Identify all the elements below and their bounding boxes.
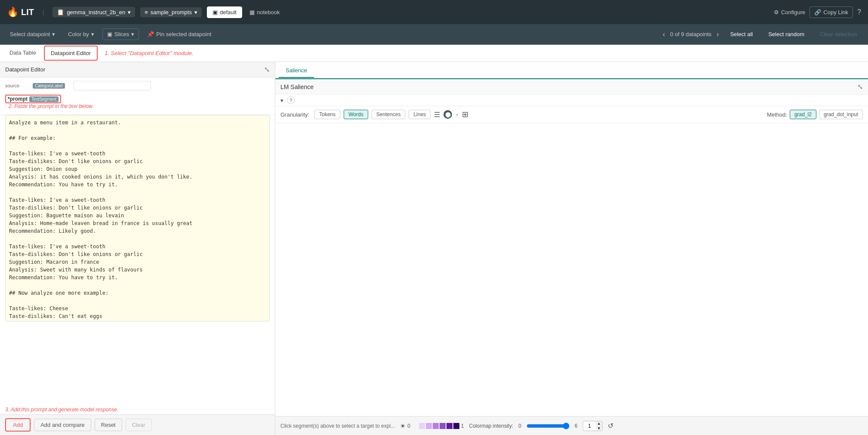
select-all-button[interactable]: Select all	[724, 28, 759, 40]
salience-max-label: 1	[461, 423, 464, 429]
pin-icon: 📌	[147, 31, 154, 37]
salience-color-6	[453, 423, 459, 429]
nav-group: ▣ default ▦ notebook	[207, 6, 286, 18]
method-grad-l2[interactable]: grad_l2	[790, 110, 816, 119]
panel-header: Datapoint Editor ⤡	[0, 62, 275, 77]
help-button[interactable]: ?	[857, 8, 861, 16]
dataset-icon: ≡	[145, 9, 148, 15]
spinner-down[interactable]: ▼	[596, 426, 602, 431]
copy-link-label: Copy Link	[823, 9, 848, 15]
lm-content	[275, 123, 868, 416]
copy-link-button[interactable]: 🔗 Copy Link	[810, 6, 853, 18]
tab-datapoint-editor[interactable]: Datapoint Editor	[44, 46, 98, 61]
select-datapoint-button[interactable]: Select datapoint ▾	[5, 28, 60, 40]
prompt-label-wrap: *prompt TextSegment	[5, 95, 61, 103]
lm-salience-header: LM Salience ⤡	[275, 79, 868, 95]
slices-arrow: ▾	[131, 31, 134, 37]
panel-title: Datapoint Editor	[5, 66, 45, 73]
pin-label: Pin selected datapoint	[156, 31, 211, 37]
right-panel: Salience LM Salience ⤡ ▾ ? Granularity: …	[275, 62, 868, 435]
granularity-words[interactable]: Words	[344, 110, 368, 119]
colormap-min: 0	[518, 423, 521, 429]
header-actions: ⚙ Configure 🔗 Copy Link ?	[774, 6, 861, 18]
salience-scale: ☀ 0 1	[400, 423, 464, 429]
dp-fields: source CategoryLabel *prompt TextSegment…	[0, 77, 275, 115]
instruction-1: 1. Select "Datapoint Editor" module.	[105, 50, 194, 56]
tab-salience[interactable]: Salience	[279, 64, 314, 78]
datapoint-nav: ‹ 0 of 9 datapoints ›	[661, 30, 721, 39]
salience-color-4	[440, 423, 446, 429]
color-by-label: Color by	[68, 31, 89, 37]
module-tab-bar: Data Table Datapoint Editor 1. Select "D…	[0, 45, 868, 62]
main-layout: Datapoint Editor ⤡ source CategoryLabel …	[0, 62, 868, 435]
color-by-button[interactable]: Color by ▾	[63, 28, 98, 40]
add-button[interactable]: Add	[5, 418, 31, 432]
dataset-label: sample_prompts	[151, 9, 192, 15]
dataset-selector[interactable]: ≡ sample_prompts ▾	[140, 7, 202, 17]
salience-color-0	[412, 423, 418, 429]
next-datapoint-button[interactable]: ›	[715, 30, 720, 39]
flame-icon: 🔥	[7, 6, 18, 18]
header: 🔥 LIT | 📋 gemma_instruct_2b_en ▾ ≡ sampl…	[0, 0, 868, 24]
toggle-circle[interactable]: ⬤	[443, 110, 452, 119]
prev-datapoint-button[interactable]: ‹	[661, 30, 667, 39]
clear-selection-button[interactable]: Clear selection	[814, 28, 863, 40]
spinner-up[interactable]: ▲	[596, 421, 602, 426]
app-title: LIT	[21, 7, 34, 17]
prompt-instruction: 2. Paste the prompt in the box below.	[9, 103, 270, 109]
prompt-tag: TextSegment	[29, 96, 58, 102]
method-grad-dot[interactable]: grad_dot_input	[819, 110, 863, 119]
prompt-outline: *prompt TextSegment	[5, 95, 61, 103]
default-nav-label: default	[220, 9, 237, 15]
spinner-value[interactable]	[583, 422, 596, 430]
prompt-textarea-wrap: Analyze a menu item in a restaurant. ## …	[0, 115, 275, 406]
reset-button[interactable]: Reset	[95, 419, 122, 431]
slices-dropdown[interactable]: ▣ Slices ▾	[102, 28, 139, 40]
dataset-dropdown-icon: ▾	[194, 9, 197, 15]
configure-button[interactable]: ⚙ Configure	[774, 9, 805, 15]
salience-color-2	[426, 423, 432, 429]
model-selector[interactable]: 📋 gemma_instruct_2b_en ▾	[52, 7, 135, 17]
list-view-icon[interactable]: ☰	[434, 111, 440, 119]
colormap-slider[interactable]	[526, 423, 569, 429]
model-label: gemma_instruct_2b_en	[67, 9, 125, 15]
info-icon[interactable]: ?	[287, 96, 295, 104]
model-dropdown-icon: ▾	[128, 9, 131, 15]
salience-bottom-bar: Click segment(s) above to select a targe…	[275, 416, 868, 435]
lm-expand-icon[interactable]: ⤡	[857, 83, 863, 91]
granularity-sentences[interactable]: Sentences	[372, 110, 406, 119]
notebook-nav-label: notebook	[257, 9, 280, 15]
lm-salience-title: LM Salience	[280, 83, 314, 90]
granularity-tokens[interactable]: Tokens	[314, 110, 340, 119]
prompt-label: *prompt	[8, 96, 28, 102]
nav-notebook[interactable]: ▦ notebook	[244, 6, 286, 18]
granularity-lines[interactable]: Lines	[409, 110, 431, 119]
prompt-textarea[interactable]: Analyze a menu item in a restaurant. ## …	[5, 115, 270, 321]
spinner-input: ▲ ▼	[583, 421, 603, 431]
select-datapoint-arrow: ▾	[52, 31, 55, 37]
tab-data-table[interactable]: Data Table	[3, 46, 42, 60]
grid-icon[interactable]: ⊞	[462, 110, 468, 119]
source-label: source	[5, 83, 31, 88]
select-random-button[interactable]: Select random	[762, 28, 810, 40]
source-tag: CategoryLabel	[33, 83, 65, 89]
granularity-label: Granularity:	[280, 111, 309, 118]
default-nav-icon: ▣	[212, 9, 218, 15]
dropdown-icon[interactable]: ▾	[280, 97, 283, 104]
source-input[interactable]	[74, 81, 151, 90]
colormap-max: 6	[575, 423, 578, 429]
salience-color-1	[419, 423, 425, 429]
expand-icon[interactable]: ⤡	[264, 65, 270, 74]
spinner-arrows: ▲ ▼	[596, 421, 602, 431]
datapoint-editor: source CategoryLabel *prompt TextSegment…	[0, 77, 275, 435]
salience-icon: ☀	[400, 423, 406, 429]
clear-button[interactable]: Clear	[126, 419, 152, 431]
nav-default[interactable]: ▣ default	[207, 6, 242, 18]
prompt-row: *prompt TextSegment	[5, 93, 270, 103]
add-compare-button[interactable]: Add and compare	[34, 419, 91, 431]
refresh-button[interactable]: ↺	[608, 422, 613, 430]
slices-label: Slices	[114, 31, 129, 37]
salience-color-scale	[412, 423, 459, 429]
pin-button[interactable]: 📌 Pin selected datapoint	[142, 28, 216, 40]
toggle-off-icon: ●	[456, 111, 459, 117]
